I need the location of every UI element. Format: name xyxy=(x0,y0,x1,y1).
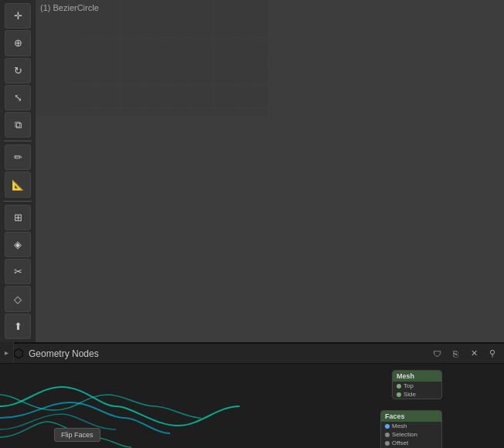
transform-tool-button[interactable]: ⧉ xyxy=(5,112,31,137)
mesh-top-socket xyxy=(397,384,401,389)
faces-node-offset: Offset xyxy=(381,439,441,447)
panel-shield-button[interactable]: 🛡 xyxy=(430,347,444,361)
faces-selection-socket xyxy=(385,433,390,437)
viewport-title-text: (1) BezierCircle xyxy=(40,3,99,12)
mesh-node-header: Mesh xyxy=(393,371,441,382)
expand-panel-handle[interactable]: ▸ xyxy=(0,342,14,362)
mesh-side-socket xyxy=(397,392,401,397)
measure-tool-button[interactable]: 📐 xyxy=(5,171,31,197)
panel-close-button[interactable]: ✕ xyxy=(467,347,481,361)
panel-header: ▸ ⬡ Geometry Nodes 🛡 ⎘ ✕ ⚲ xyxy=(0,344,504,364)
move-tool-button[interactable]: ⊕ xyxy=(5,30,31,56)
annotate-tool-button[interactable]: ✏ xyxy=(5,144,31,170)
rotate-tool-button[interactable]: ↻ xyxy=(5,58,31,83)
scene-canvas: X Y Z xyxy=(36,0,267,116)
panel-pin-button[interactable]: ⚲ xyxy=(485,347,499,361)
mesh-node[interactable]: Mesh Top Side xyxy=(392,370,442,399)
svg-rect-0 xyxy=(36,0,267,116)
left-toolbar: ✛ ⊕ ↻ ⤡ ⧉ ✏ 📐 ⊞ ◈ ✂ ◇ ⬆ xyxy=(0,0,36,342)
geometry-nodes-panel: ▸ ⬡ Geometry Nodes 🛡 ⎘ ✕ ⚲ xyxy=(0,342,504,448)
flip-faces-button[interactable]: Flip Faces xyxy=(54,428,100,442)
viewport-3d[interactable]: X Y Z (1) BezierCircle ✛ ⊕ ↻ ⤡ ⧉ ✏ 📐 ⊞ ◈… xyxy=(0,0,504,342)
extrude-tool-button[interactable]: ⬆ xyxy=(5,314,31,339)
toolbar-separator-1 xyxy=(4,141,32,141)
panel-copy-button[interactable]: ⎘ xyxy=(448,347,462,361)
select-tool-button[interactable]: ◈ xyxy=(5,232,31,257)
faces-offset-socket xyxy=(385,441,390,446)
mesh-node-row-top: Top xyxy=(393,382,441,390)
faces-node[interactable]: Faces Mesh Selection Offset Offset Scal … xyxy=(380,410,442,448)
scale-tool-button[interactable]: ⤡ xyxy=(5,85,31,110)
faces-node-header: Faces xyxy=(381,411,441,422)
cursor-tool-button[interactable]: ✛ xyxy=(5,3,31,29)
faces-node-mesh: Mesh xyxy=(381,422,441,430)
add-tool-button[interactable]: ⊞ xyxy=(5,205,31,230)
knife-tool-button[interactable]: ✂ xyxy=(5,259,31,284)
faces-node-selection: Selection xyxy=(381,430,441,439)
bevel-tool-button[interactable]: ◇ xyxy=(5,286,31,311)
toolbar-separator-2 xyxy=(4,201,32,202)
faces-mesh-socket xyxy=(385,424,390,429)
viewport-title: (1) BezierCircle xyxy=(36,0,104,15)
panel-icon: ⬡ xyxy=(13,348,24,359)
node-editor-area[interactable]: Mesh Top Side Faces Mesh Selection xyxy=(0,364,504,448)
mesh-node-row-side: Side xyxy=(393,390,441,399)
panel-title: Geometry Nodes xyxy=(29,348,425,359)
